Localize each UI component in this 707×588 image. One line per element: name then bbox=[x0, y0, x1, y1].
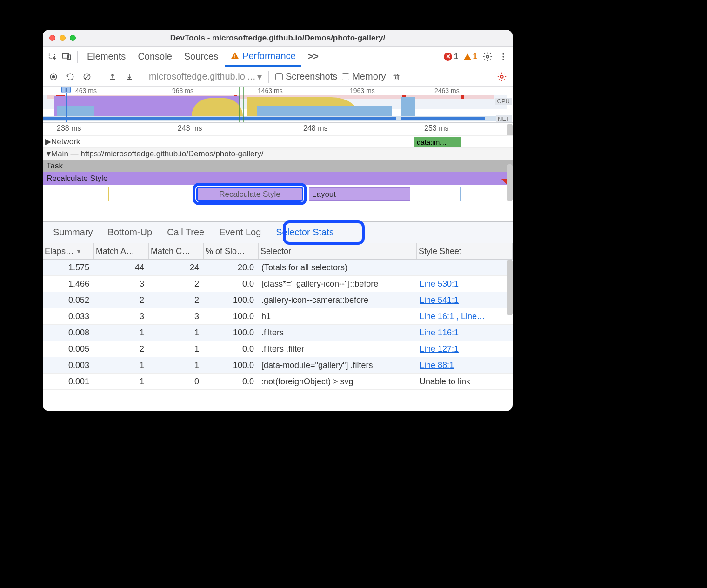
tab-performance-label: Performance bbox=[242, 51, 296, 61]
long-task-indicator-icon bbox=[501, 179, 507, 185]
timestamp-marker bbox=[243, 87, 244, 122]
table-row[interactable]: 1.575442420.0(Totals for all selectors) bbox=[43, 260, 513, 276]
table-row[interactable]: 0.05222100.0.gallery-icon--camera::befor… bbox=[43, 292, 513, 308]
col-elapsed[interactable]: Elaps… ▼ bbox=[43, 243, 94, 259]
upload-icon[interactable] bbox=[107, 71, 119, 83]
script-block[interactable] bbox=[108, 187, 109, 201]
stylesheet-link[interactable]: Line 116:1 bbox=[420, 328, 459, 338]
more-menu-icon[interactable] bbox=[498, 51, 509, 62]
table-row[interactable]: 0.03333100.0h1Line 16:1 , Line… bbox=[43, 308, 513, 325]
table-cell: [data-module="gallery"] .filters bbox=[259, 357, 417, 373]
table-row[interactable]: 0.005210.0.filters .filterLine 127:1 bbox=[43, 341, 513, 357]
tab-performance[interactable]: Performance bbox=[225, 47, 301, 67]
table-cell: 100.0 bbox=[204, 357, 259, 373]
screenshots-label: Screenshots bbox=[286, 71, 337, 82]
error-badge[interactable]: ✕ 1 bbox=[444, 52, 458, 61]
reload-icon[interactable] bbox=[64, 71, 76, 83]
network-row-header[interactable]: ▶ Network data:im… bbox=[43, 135, 513, 147]
table-cell: 1 bbox=[149, 341, 204, 357]
stylesheet-link[interactable]: Line 16:1 , Line… bbox=[420, 312, 485, 321]
tab-elements[interactable]: Elements bbox=[81, 47, 131, 67]
clear-icon[interactable] bbox=[81, 71, 93, 83]
timeline-overview[interactable]: 463 ms 963 ms 1463 ms 1963 ms 2463 ms CP… bbox=[43, 87, 513, 123]
scrollbar-thumb[interactable] bbox=[507, 164, 513, 201]
col-pct-slow[interactable]: % of Slo… bbox=[204, 243, 259, 259]
tab-summary[interactable]: Summary bbox=[46, 222, 100, 243]
table-header: Elaps… ▼ Match A… Match C… % of Slo… Sel… bbox=[43, 243, 513, 260]
warning-badge[interactable]: 1 bbox=[463, 52, 477, 61]
paint-block[interactable] bbox=[460, 187, 461, 201]
device-toolbar-icon[interactable] bbox=[60, 50, 73, 63]
task-block[interactable]: Task bbox=[43, 160, 513, 172]
col-match-count[interactable]: Match C… bbox=[149, 243, 204, 259]
svg-point-6 bbox=[502, 53, 504, 54]
selector-stats-table: Elaps… ▼ Match A… Match C… % of Slo… Sel… bbox=[43, 243, 513, 411]
tab-event-log[interactable]: Event Log bbox=[212, 222, 268, 243]
table-cell: 1 bbox=[149, 357, 204, 373]
settings-icon[interactable] bbox=[482, 51, 493, 62]
timeline-ruler[interactable]: 238 ms 243 ms 248 ms 253 ms bbox=[43, 123, 513, 135]
overview-selection-handle[interactable]: ||| bbox=[61, 87, 71, 93]
error-icon: ✕ bbox=[444, 53, 452, 61]
recalculate-style-selected[interactable]: Recalculate Style bbox=[196, 187, 303, 202]
table-cell: 1 bbox=[94, 325, 149, 341]
table-cell: 100.0 bbox=[204, 308, 259, 324]
inspect-element-icon[interactable] bbox=[47, 50, 60, 63]
separator bbox=[100, 71, 100, 83]
table-cell: 0.008 bbox=[43, 325, 94, 341]
network-request-block[interactable]: data:im… bbox=[414, 137, 461, 147]
table-cell: 1 bbox=[94, 374, 149, 389]
table-cell: 0.052 bbox=[43, 292, 94, 308]
table-cell: h1 bbox=[259, 308, 417, 324]
table-row[interactable]: 0.001100.0:not(foreignObject) > svgUnabl… bbox=[43, 374, 513, 390]
col-stylesheet[interactable]: Style Sheet bbox=[417, 243, 513, 259]
table-cell: Line 16:1 , Line… bbox=[417, 308, 513, 324]
svg-rect-3 bbox=[234, 55, 235, 57]
stylesheet-link[interactable]: Line 88:1 bbox=[420, 361, 454, 370]
table-cell: 2 bbox=[94, 292, 149, 308]
col-selector[interactable]: Selector bbox=[259, 243, 417, 259]
separator bbox=[409, 71, 409, 83]
svg-point-8 bbox=[502, 59, 504, 60]
col-match-attempts[interactable]: Match A… bbox=[94, 243, 149, 259]
table-row[interactable]: 0.00311100.0[data-module="gallery"] .fil… bbox=[43, 357, 513, 374]
separator bbox=[77, 51, 78, 63]
layout-block[interactable]: Layout bbox=[309, 187, 410, 201]
tick-label: 463 ms bbox=[75, 87, 97, 94]
memory-checkbox[interactable]: Memory bbox=[342, 71, 386, 82]
table-row[interactable]: 1.466320.0[class*=" gallery-icon--"]::be… bbox=[43, 276, 513, 292]
stylesheet-link[interactable]: Line 127:1 bbox=[420, 344, 459, 354]
stylesheet-link[interactable]: Line 541:1 bbox=[420, 295, 459, 305]
table-body: 1.575442420.0(Totals for all selectors)1… bbox=[43, 260, 513, 411]
table-cell: [class*=" gallery-icon--"]::before bbox=[259, 276, 417, 292]
main-row-header[interactable]: ▼ Main — https://microsoftedge.github.io… bbox=[43, 147, 513, 160]
tabs-overflow[interactable]: >> bbox=[302, 47, 324, 67]
table-cell: 0.0 bbox=[204, 276, 259, 292]
flamechart[interactable]: ▶ Network data:im… ▼ Main — https://micr… bbox=[43, 135, 513, 222]
tab-sources[interactable]: Sources bbox=[179, 47, 224, 67]
svg-point-5 bbox=[486, 55, 489, 58]
flame-subrow: Recalculate Style Layout bbox=[43, 187, 513, 202]
table-cell: .filters bbox=[259, 325, 417, 341]
svg-rect-2 bbox=[68, 55, 71, 59]
checkbox-icon bbox=[342, 73, 349, 80]
scrollbar-thumb[interactable] bbox=[507, 260, 513, 315]
tab-call-tree[interactable]: Call Tree bbox=[160, 222, 212, 243]
tick-label: 1963 ms bbox=[350, 87, 375, 94]
download-icon[interactable] bbox=[123, 71, 135, 83]
stylesheet-link[interactable]: Line 530:1 bbox=[420, 279, 459, 289]
svg-point-7 bbox=[502, 56, 504, 57]
recording-select[interactable]: microsoftedge.github.io ... ▾ bbox=[149, 71, 262, 82]
warning-icon bbox=[463, 53, 472, 61]
table-row[interactable]: 0.00811100.0.filtersLine 116:1 bbox=[43, 325, 513, 341]
screenshots-checkbox[interactable]: Screenshots bbox=[275, 71, 337, 82]
checkbox-icon bbox=[275, 73, 283, 80]
collect-garbage-icon[interactable] bbox=[390, 71, 402, 83]
network-label: Network bbox=[51, 137, 80, 147]
tab-console[interactable]: Console bbox=[132, 47, 177, 67]
record-icon[interactable] bbox=[47, 71, 60, 83]
disclosure-right-icon: ▶ bbox=[45, 137, 51, 147]
capture-settings-icon[interactable] bbox=[496, 71, 508, 83]
table-cell: 1 bbox=[149, 325, 204, 341]
tab-bottom-up[interactable]: Bottom-Up bbox=[100, 222, 160, 243]
